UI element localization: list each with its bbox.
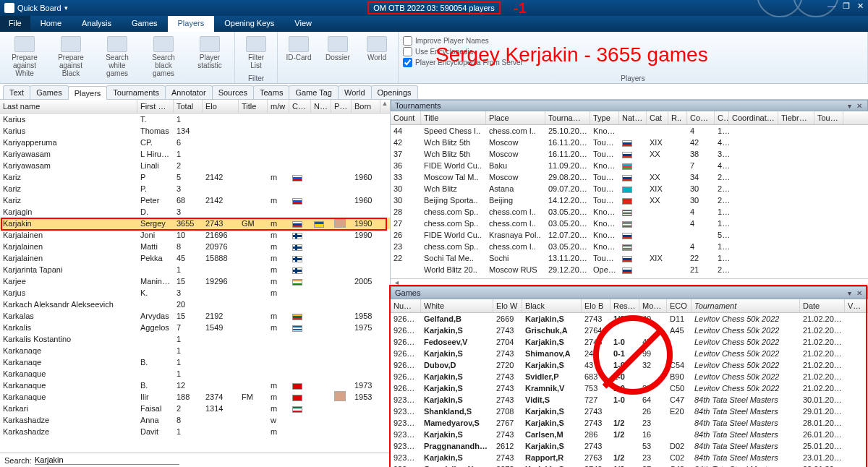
player-row[interactable]: KarjusK.3m (0, 287, 390, 299)
game-row[interactable]: 92360..Grandelius,N2672Karjakin,S27431/2… (391, 463, 868, 467)
col-photo[interactable]: Ph... (331, 100, 352, 113)
game-row[interactable]: 92395..Praggnanandhaa,R2612Karjakin,S274… (391, 440, 868, 452)
player-row[interactable]: KarjalainenMatti820976m (0, 241, 390, 252)
tourn-col[interactable]: Type (590, 111, 619, 124)
tournament-row[interactable]: World Blitz 20..Moscow RUS29.12.2019Open… (391, 264, 868, 275)
game-row[interactable]: 92633..Karjakin,S2743Svidler,P6831-0B90L… (391, 371, 868, 382)
player-row[interactable]: KarjalainenPekka4515888m (0, 252, 390, 264)
games-col[interactable]: Numb.. (391, 299, 421, 312)
col-mw[interactable]: m/w (268, 100, 289, 113)
tournament-row[interactable]: 33Moscow Tal M..Moscow29.08.2008Tourn..X… (391, 171, 868, 183)
ribbon-search-black-games[interactable]: Searchblack games (143, 33, 184, 77)
subtab-annotator[interactable]: Annotator (165, 85, 213, 99)
games-col[interactable]: Elo B (582, 299, 610, 312)
player-row[interactable]: KarizP.3 (0, 183, 390, 194)
tourn-col[interactable]: Nation (619, 111, 647, 124)
search-input[interactable] (35, 455, 179, 465)
tournaments-grid[interactable]: 44Speed Chess I..chess.com I..25.10.2020… (391, 125, 868, 278)
minimize-icon[interactable]: — (827, 1, 835, 11)
player-row[interactable]: Karkanaqe1 (0, 345, 390, 356)
ribbon-search-white-games[interactable]: Searchwhite games (97, 33, 137, 77)
tourn-col[interactable]: Cat (647, 111, 668, 124)
col-native[interactable]: Native (311, 100, 331, 113)
tournament-row[interactable]: 30Beijing Sporta..Beijing14.12.2013Tourn… (391, 194, 868, 206)
tourn-col[interactable]: Coordinates (729, 111, 778, 124)
tourn-col[interactable]: Title (421, 111, 486, 124)
players-grid[interactable]: KariusT.1KariusThomas134KariyapperumaCP.… (0, 113, 390, 453)
game-row[interactable]: 92395..Karjakin,S2743Vidit,S7271-064C478… (391, 394, 868, 406)
ribbon-dossier[interactable]: Dossier (321, 33, 354, 74)
games-col[interactable]: Tournament (692, 299, 800, 312)
col-title[interactable]: Title (239, 100, 268, 113)
player-row[interactable]: KarjaginD.3 (0, 206, 390, 218)
panel-controls[interactable]: ▾ ✕ (848, 102, 864, 110)
subtab-game-tag[interactable]: Game Tag (289, 85, 339, 99)
game-row[interactable]: 92360..Karjakin,S2743Rapport,R27631/223C… (391, 452, 868, 463)
tourn-col[interactable]: Count (687, 111, 715, 124)
player-row[interactable]: KariyawasamLinali2 (0, 160, 390, 171)
player-row[interactable]: KarkariFaisal21314m (0, 403, 390, 414)
games-col[interactable]: VCS (845, 299, 867, 312)
player-row[interactable]: KarjakinSergey36552743GMm1990 (0, 218, 390, 229)
menu-tab-analysis[interactable]: Analysis (72, 16, 122, 32)
scroll-up-icon[interactable]: ▲ (380, 100, 389, 113)
tournament-row[interactable]: 37Wch Blitz 5thMoscow16.11.2010Tourn..XX… (391, 148, 868, 160)
tourn-col[interactable]: C.. (715, 111, 729, 124)
use-encyclopedia-check[interactable]: Use Encyclopedia (403, 47, 863, 56)
games-header[interactable]: Games ▾ ✕ (391, 286, 868, 299)
games-col[interactable]: Black (522, 299, 582, 312)
player-row[interactable]: KarizPeter682142m1960 (0, 194, 390, 206)
improve-player-names-check[interactable]: Improve Player Names (403, 36, 863, 46)
player-row[interactable]: Karkalis Kostantino1 (0, 333, 390, 345)
tourn-col[interactable]: Place (486, 111, 545, 124)
player-row[interactable]: KarkanaqeB.1 (0, 356, 390, 368)
player-row[interactable]: KariusThomas134 (0, 125, 390, 137)
player-row[interactable]: KarkanaqueB.12m1973 (0, 380, 390, 391)
file-menu[interactable]: File (0, 16, 30, 32)
ribbon-world[interactable]: World (360, 33, 393, 74)
ribbon-player-statistic[interactable]: Playerstatistic (190, 33, 230, 77)
player-row[interactable]: Karkach Aleksandr Alekseevich20 (0, 299, 390, 310)
player-row[interactable]: KariyawasamL Hirunima1 (0, 148, 390, 160)
col-total[interactable]: Total (174, 100, 203, 113)
subtab-teams[interactable]: Teams (253, 85, 289, 99)
maximize-icon[interactable]: ❐ (843, 1, 850, 11)
game-row[interactable]: 92395..Shankland,S2708Karjakin,S274326E2… (391, 406, 868, 417)
subtab-players[interactable]: Players (68, 86, 108, 100)
player-row[interactable]: KariyapperumaCP.6 (0, 137, 390, 148)
subtab-world[interactable]: World (338, 85, 372, 99)
game-row[interactable]: 92395..Karjakin,S2743Carlsen,M2861/21684… (391, 429, 868, 440)
game-row[interactable]: 92633..Karjakin,S2743Shimanov,A240-199Le… (391, 348, 868, 359)
player-row[interactable]: KarkashadzeAnna8w (0, 414, 390, 426)
games-grid[interactable]: 92633..Gelfand,B2669Karjakin,S27431/240D… (391, 313, 868, 467)
menu-tab-view[interactable]: View (284, 16, 322, 32)
ribbon-prepare-against-black[interactable]: Prepareagainst Black (51, 33, 91, 77)
panel-controls[interactable]: ▾ ✕ (848, 289, 864, 297)
tourn-col[interactable]: Count (391, 111, 421, 124)
col-born[interactable]: Born (352, 100, 380, 113)
col-country[interactable]: Cou... (289, 100, 311, 113)
tournament-row[interactable]: 27chess.com Sp..chess.com I..03.05.2017K… (391, 218, 868, 229)
tourn-col[interactable]: Tournamen.. (545, 111, 590, 124)
player-row[interactable]: KarjeeManindra1519296m2005 (0, 275, 390, 287)
player-row[interactable]: Karjarinta Tapani1m (0, 264, 390, 275)
subtab-games[interactable]: Games (30, 85, 68, 99)
close-icon[interactable]: ✕ (857, 1, 864, 11)
subtab-text[interactable]: Text (3, 85, 30, 99)
tournament-row[interactable]: 30Wch BlitzAstana09.07.2012Tourn..XIX302… (391, 183, 868, 194)
player-row[interactable]: Karkanaque1 (0, 368, 390, 380)
menu-tab-players[interactable]: Players (168, 16, 215, 32)
tournament-row[interactable]: 26FIDE World Cu..Krasnaya Pol..12.07.202… (391, 229, 868, 241)
player-row[interactable]: KariusT.1 (0, 113, 390, 125)
player-row[interactable]: KarkashadzeDavit1m (0, 426, 390, 437)
game-row[interactable]: 92395..Mamedyarov,S2767Karjakin,S27431/2… (391, 417, 868, 429)
subtab-openings[interactable]: Openings (371, 85, 418, 99)
tournament-row[interactable]: 22Sochi Tal Me..Sochi13.11.2014Tourn..XI… (391, 252, 868, 264)
filter-list-button[interactable]: Filter List (239, 33, 273, 74)
title-dropdown-icon[interactable]: ▾ (64, 4, 68, 12)
player-row[interactable]: KarkalasArvydas152192m1958 (0, 310, 390, 322)
games-col[interactable]: Elo W (493, 299, 522, 312)
game-row[interactable]: 92633..Karjakin,S2743Kramnik,V7531-023C5… (391, 382, 868, 394)
games-col[interactable]: Moves (639, 299, 667, 312)
player-row[interactable]: KarjalainenJoni1021696m1990 (0, 229, 390, 241)
